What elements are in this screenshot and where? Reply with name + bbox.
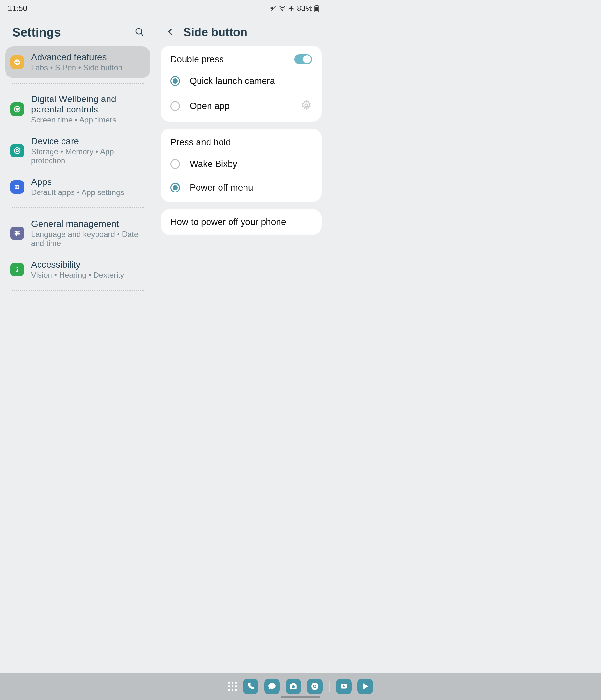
- heart-circle-icon: [10, 102, 24, 116]
- taskbar: [0, 673, 327, 700]
- svg-point-15: [16, 231, 17, 233]
- svg-point-21: [305, 104, 308, 107]
- sidebar-item-label: Advanced features: [31, 52, 123, 62]
- sidebar-item-label: Accessibility: [31, 259, 124, 270]
- svg-point-20: [17, 267, 18, 268]
- option-label: Quick launch camera: [190, 76, 312, 86]
- search-button[interactable]: [133, 25, 146, 40]
- divider: [12, 83, 144, 83]
- press-and-hold-section: Press and hold Wake Bixby Power off menu: [161, 129, 321, 202]
- refresh-circle-icon: [10, 144, 24, 157]
- camera-app-icon[interactable]: [286, 679, 301, 694]
- sidebar-item-sub: Language and keyboard • Date and time: [31, 230, 145, 248]
- svg-rect-3: [315, 7, 318, 11]
- battery-icon: [314, 4, 319, 12]
- nav-handle[interactable]: [281, 696, 320, 698]
- sidebar-item-label: General management: [31, 219, 145, 229]
- sidebar-item-accessibility[interactable]: Accessibility Vision • Hearing • Dexteri…: [5, 254, 150, 285]
- divider: [12, 207, 144, 208]
- option-power-off-menu[interactable]: Power off menu: [161, 176, 321, 199]
- settings-detail-pane: Side button Double press Quick launch ca…: [161, 16, 321, 296]
- link-label: How to power off your phone: [170, 217, 286, 227]
- sidebar-item-sub: Screen time • App timers: [31, 115, 145, 124]
- radio-icon: [170, 159, 180, 169]
- battery-percent: 83%: [297, 4, 312, 13]
- svg-point-13: [18, 187, 19, 189]
- wifi-icon: [279, 5, 286, 12]
- mute-icon: [270, 5, 277, 12]
- status-indicators: 83%: [270, 4, 319, 13]
- sidebar-item-apps[interactable]: Apps Default apps • App settings: [5, 171, 150, 203]
- radio-icon: [170, 101, 180, 111]
- svg-rect-4: [316, 4, 318, 5]
- four-dots-icon: [10, 180, 24, 194]
- sidebar-item-sub: Labs • S Pen • Side button: [31, 63, 123, 72]
- svg-point-1: [282, 10, 283, 11]
- svg-point-27: [314, 685, 315, 687]
- sidebar-item-label: Device care: [31, 136, 145, 147]
- airplane-icon: [288, 5, 295, 12]
- svg-line-6: [141, 33, 143, 36]
- sidebar-item-label: Apps: [31, 177, 124, 187]
- divider: [12, 290, 144, 291]
- status-time: 11:50: [8, 4, 27, 13]
- radio-icon: [170, 76, 180, 86]
- gear-icon[interactable]: [301, 100, 312, 112]
- svg-point-19: [16, 234, 17, 235]
- svg-point-5: [136, 28, 142, 34]
- section-title: Double press: [170, 54, 224, 65]
- svg-point-10: [15, 185, 17, 187]
- person-icon: [10, 263, 24, 276]
- divider: [295, 99, 295, 112]
- how-to-power-off-link[interactable]: How to power off your phone: [161, 209, 321, 235]
- svg-point-23: [292, 685, 295, 688]
- phone-app-icon[interactable]: [243, 679, 258, 694]
- chrome-app-icon[interactable]: [307, 679, 322, 694]
- gear-plus-icon: [10, 55, 24, 69]
- option-open-app[interactable]: Open app: [161, 93, 321, 119]
- page-title: Side button: [183, 26, 247, 39]
- svg-point-17: [18, 233, 19, 234]
- sidebar-item-sub: Storage • Memory • App protection: [31, 147, 145, 165]
- sidebar-item-sub: Vision • Hearing • Dexterity: [31, 271, 124, 280]
- sidebar-item-device-care[interactable]: Device care Storage • Memory • App prote…: [5, 130, 150, 171]
- settings-title: Settings: [12, 26, 61, 40]
- option-quick-launch-camera[interactable]: Quick launch camera: [161, 69, 321, 93]
- radio-icon: [170, 183, 180, 193]
- section-title: Press and hold: [170, 137, 231, 147]
- messages-app-icon[interactable]: [264, 679, 280, 694]
- sidebar-item-general-management[interactable]: General management Language and keyboard…: [5, 213, 150, 254]
- back-button[interactable]: [164, 25, 177, 39]
- option-label: Power off menu: [190, 182, 312, 193]
- sidebar-item-sub: Default apps • App settings: [31, 188, 124, 197]
- option-label: Wake Bixby: [190, 159, 312, 169]
- double-press-toggle[interactable]: [294, 54, 312, 64]
- apps-drawer-button[interactable]: [228, 682, 237, 691]
- status-bar: 11:50 83%: [0, 0, 327, 16]
- option-wake-bixby[interactable]: Wake Bixby: [161, 152, 321, 176]
- sidebar-item-digital-wellbeing[interactable]: Digital Wellbeing and parental controls …: [5, 88, 150, 130]
- svg-point-9: [14, 148, 20, 154]
- svg-point-12: [15, 187, 17, 189]
- option-label: Open app: [190, 101, 285, 111]
- settings-master-pane: Settings Advanced features Labs • S Pen …: [0, 16, 155, 296]
- sliders-icon: [10, 227, 24, 240]
- svg-rect-24: [292, 683, 295, 684]
- sidebar-item-advanced-features[interactable]: Advanced features Labs • S Pen • Side bu…: [5, 46, 150, 78]
- sidebar-item-label: Digital Wellbeing and parental controls: [31, 94, 145, 115]
- double-press-section: Double press Quick launch camera Open ap…: [161, 46, 321, 122]
- svg-point-11: [18, 185, 19, 187]
